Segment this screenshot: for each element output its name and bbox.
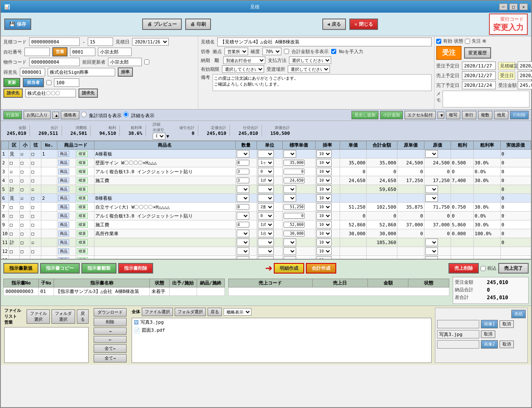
detail-button[interactable]: 複数 xyxy=(478,111,492,119)
payment-select[interactable]: 選択してください xyxy=(289,56,331,64)
maximize-button[interactable]: □ xyxy=(509,3,518,10)
right-view-select[interactable]: 概略表示 xyxy=(224,308,251,316)
table-row[interactable]: 2□□□商品積算壁面サイン W〇〇〇〇×H△△△1ヶ所10035,00035,0… xyxy=(1,158,531,167)
no-input-checkbox[interactable] xyxy=(331,49,336,54)
cancel-checkbox[interactable] xyxy=(465,39,470,44)
minimize-button[interactable]: ─ xyxy=(499,3,508,10)
complete-date-input[interactable] xyxy=(462,81,496,89)
close-button[interactable]: ✕ 閉じる xyxy=(349,19,378,30)
detail-select[interactable]: 0 xyxy=(153,133,165,140)
window-close-button[interactable]: ✕ xyxy=(519,3,528,10)
delete-button[interactable]: 行削除 xyxy=(510,111,529,119)
down-button[interactable]: ▼ xyxy=(437,112,444,119)
estimate-confirm-input[interactable] xyxy=(518,62,532,70)
table-row[interactable]: 1見☑□1商品積算A棟看板1000 xyxy=(1,150,531,158)
complete-button[interactable]: 売上完了 xyxy=(498,263,529,274)
right-back-button[interactable]: 戻る xyxy=(208,308,222,316)
delivery-select[interactable]: 別途お打合せ xyxy=(223,56,265,64)
file-delete-button[interactable]: 削除 xyxy=(94,318,127,326)
estimate-code-input[interactable] xyxy=(29,38,80,46)
customer-name-input[interactable] xyxy=(48,68,115,76)
up-button[interactable]: ▲ xyxy=(52,112,59,119)
print-button[interactable]: 🖨 印刷 xyxy=(185,19,211,30)
image1-cancel-button[interactable]: 取消 xyxy=(500,320,514,328)
image1-button[interactable]: 画像1 xyxy=(481,320,498,328)
right-arrow-button[interactable]: → xyxy=(94,327,127,335)
customer-code-input[interactable] xyxy=(20,68,45,76)
file-item-pdf[interactable]: 📄 図面3.pdf xyxy=(132,326,431,334)
estimate-code-suffix-input[interactable] xyxy=(88,38,113,46)
table-row[interactable]: 3☑□□商品積算アルミ複合板t3.0 インクジェットシート貼り010000000… xyxy=(1,167,531,176)
company-input[interactable] xyxy=(24,48,50,56)
billing-input[interactable] xyxy=(25,89,76,97)
left-back-button[interactable]: 戻る xyxy=(77,309,89,324)
detail-create-button[interactable]: 明細作成 xyxy=(274,263,304,274)
validity-select[interactable]: 選択してください xyxy=(222,65,264,73)
remarks-textarea[interactable]: この度はご注文誠にありがとうございます。 ご確認よろしくお願いいたします。 xyxy=(213,74,432,91)
table-row[interactable]: 6見☑□2商品積算B棟看板1000 xyxy=(1,194,531,203)
tax-checkbox[interactable] xyxy=(481,266,486,271)
photo3-cancel-button[interactable]: 取消 xyxy=(481,330,495,338)
file-item-photo[interactable]: 🖼 写真3.jpg xyxy=(132,318,431,326)
copy-button[interactable]: 複写 xyxy=(446,111,460,119)
row-add-button[interactable]: 行追加 xyxy=(3,111,22,119)
valid-checkbox[interactable] xyxy=(436,39,441,44)
header-add-button[interactable]: 見出し追加 xyxy=(351,111,378,119)
contact-checkbox[interactable] xyxy=(46,80,51,85)
prev-editor-input[interactable] xyxy=(108,58,142,66)
table-row[interactable]: 10□□□商品積算高所作業車1台10030,00030,000000.00010… xyxy=(1,229,531,238)
back-button[interactable]: ◀ 戻る xyxy=(322,19,346,30)
table-row[interactable]: 5計□☑商品積算10059,6500 xyxy=(1,185,531,194)
single-button[interactable]: 単行 xyxy=(462,111,476,119)
preview-button[interactable]: 🖨 プレビュー xyxy=(142,19,182,30)
photo3-input[interactable] xyxy=(437,330,479,338)
no-display-checkbox[interactable] xyxy=(284,49,289,54)
right-file-select-button[interactable]: ファイル選択 xyxy=(142,308,173,316)
table-scroll[interactable]: 区 小 弦 No. 商品コード 商品名 数量 単位 標準単価 掛率 単価 合計金… xyxy=(1,141,531,259)
base-select[interactable]: 営業所 xyxy=(224,48,248,55)
billing-button[interactable]: 請求先 xyxy=(78,89,98,98)
display-option-2-radio[interactable] xyxy=(123,112,129,117)
cover-button[interactable]: 表紙 xyxy=(511,310,526,318)
table-row[interactable]: 8□□□商品積算アルミ複合板t3.0 インクジェットシート貼り010000000… xyxy=(1,212,531,220)
prev-editor-checkbox[interactable] xyxy=(144,59,149,64)
all-left-button[interactable]: 全て← xyxy=(94,344,127,353)
confirm-select[interactable]: 70% xyxy=(262,48,281,55)
favorite-button[interactable]: お気に入り xyxy=(24,111,51,119)
property-code-input[interactable] xyxy=(29,58,80,66)
contact-button[interactable]: 担当者 xyxy=(23,78,44,87)
dept-button[interactable]: 営業 xyxy=(52,47,68,56)
image2-button[interactable]: 画像2 xyxy=(481,340,498,349)
table-row[interactable]: 11計□☑商品積算100185,3600 xyxy=(1,238,531,247)
left-folder-select-button[interactable]: フォルダ選択 xyxy=(51,309,75,324)
display-option-1-radio[interactable] xyxy=(81,112,86,117)
right-folder-select-button[interactable]: フォルダ選択 xyxy=(175,308,206,316)
dept-name-input[interactable] xyxy=(98,48,132,56)
sales-delete-button[interactable]: 売上削除 xyxy=(448,263,479,274)
copy-work-order-button[interactable]: 指示書コピー xyxy=(40,263,80,274)
order-date2-input[interactable] xyxy=(518,71,532,80)
price-table-button[interactable]: 価格表 xyxy=(61,111,79,119)
sales-date-input[interactable] xyxy=(462,71,496,80)
update-button[interactable]: 更新 xyxy=(3,78,20,87)
work-order-row-1[interactable]: 0000000003 01 【指示書サンプル3】△会社 A棟B棟改装 未着手 xyxy=(4,287,225,296)
delete-work-order-button[interactable]: 指示書削除 xyxy=(118,263,153,274)
left-arrow-button[interactable]: ← xyxy=(94,336,127,343)
image2-input[interactable] xyxy=(437,340,479,349)
excel-paste-button[interactable]: エクセル貼付 xyxy=(405,111,436,119)
table-row[interactable]: 12□□□商品積算100 xyxy=(1,247,531,256)
dept-code-input[interactable] xyxy=(70,48,95,56)
total-create-button[interactable]: 合計作成 xyxy=(306,263,336,274)
image1-input[interactable] xyxy=(437,320,479,328)
order-amount-input[interactable] xyxy=(518,81,532,89)
table-row[interactable]: 13□□□商品積算100 xyxy=(1,256,531,259)
table-row[interactable]: 9□□□商品積算施工費1式10052,86052,86037,00037,000… xyxy=(1,220,531,229)
download-button[interactable]: ダウンロード xyxy=(94,308,127,317)
all-right-button[interactable]: 全て→ xyxy=(94,354,127,362)
save-button[interactable]: 💾 保存 xyxy=(4,19,31,30)
subtotal-add-button[interactable]: 小計追加 xyxy=(380,111,403,119)
template-work-order-button[interactable]: 指示書雛製 xyxy=(81,263,116,274)
order-date-input[interactable] xyxy=(462,62,496,70)
table-row[interactable]: 4□□□商品積算施工費1式10024,65024,65017,25017,250… xyxy=(1,176,531,185)
change-history-button[interactable]: 変更履歴 xyxy=(464,47,491,59)
